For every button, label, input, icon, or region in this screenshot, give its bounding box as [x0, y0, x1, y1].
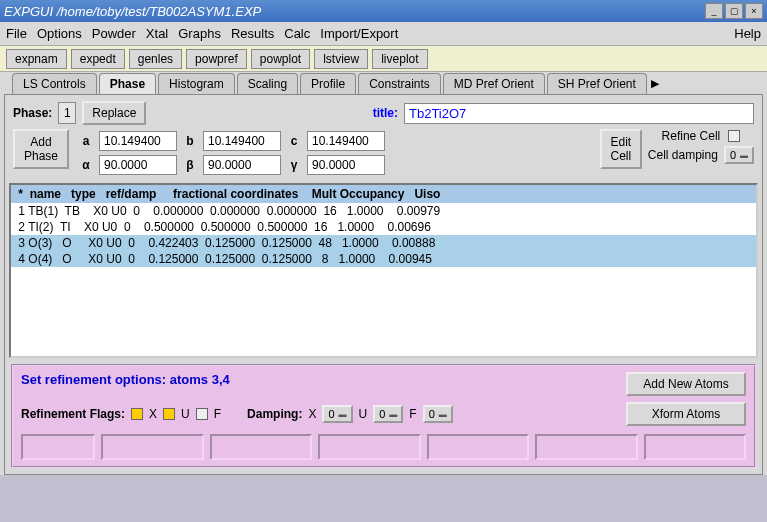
- gamma-label: γ: [287, 158, 301, 172]
- b-label: b: [183, 134, 197, 148]
- empty-slot: [318, 434, 421, 460]
- title-label: title:: [373, 106, 398, 120]
- minimize-icon[interactable]: _: [705, 3, 723, 19]
- alpha-input[interactable]: [99, 155, 177, 175]
- beta-label: β: [183, 158, 197, 172]
- menu-file[interactable]: File: [6, 26, 27, 41]
- alpha-label: α: [79, 158, 93, 172]
- menu-calc[interactable]: Calc: [284, 26, 310, 41]
- notebook: LS Controls Phase Histogram Scaling Prof…: [0, 72, 767, 475]
- phase-number[interactable]: 1: [58, 102, 76, 124]
- damp-f-menu[interactable]: 0: [423, 405, 453, 423]
- flag-x-checkbox[interactable]: [131, 408, 143, 420]
- menu-import-export[interactable]: Import/Export: [320, 26, 398, 41]
- tab-phase[interactable]: Phase: [99, 73, 156, 94]
- empty-slot: [210, 434, 313, 460]
- flag-u-checkbox[interactable]: [163, 408, 175, 420]
- menu-results[interactable]: Results: [231, 26, 274, 41]
- menu-powder[interactable]: Powder: [92, 26, 136, 41]
- refinement-title: Set refinement options: atoms 3,4: [21, 372, 230, 396]
- phase-title-input[interactable]: [404, 103, 754, 124]
- title-bar: EXPGUI /home/toby/test/TB002ASYM1.EXP _ …: [0, 0, 767, 22]
- flag-f-checkbox[interactable]: [196, 408, 208, 420]
- tab-scroll-right-icon[interactable]: ▶: [651, 77, 659, 90]
- refine-cell-label: Refine Cell: [662, 129, 721, 143]
- edit-cell-button[interactable]: Edit Cell: [600, 129, 642, 169]
- empty-slot: [427, 434, 530, 460]
- a-label: a: [79, 134, 93, 148]
- menu-bar: File Options Powder Xtal Graphs Results …: [0, 22, 767, 46]
- c-input[interactable]: [307, 131, 385, 151]
- powplot-button[interactable]: powplot: [251, 49, 310, 69]
- tab-scaling[interactable]: Scaling: [237, 73, 298, 94]
- maximize-icon[interactable]: ▢: [725, 3, 743, 19]
- tab-md-pref-orient[interactable]: MD Pref Orient: [443, 73, 545, 94]
- close-icon[interactable]: ×: [745, 3, 763, 19]
- tab-profile[interactable]: Profile: [300, 73, 356, 94]
- expedt-button[interactable]: expedt: [71, 49, 125, 69]
- empty-slot: [101, 434, 204, 460]
- expnam-button[interactable]: expnam: [6, 49, 67, 69]
- phase-label: Phase:: [13, 106, 52, 120]
- damp-x-menu[interactable]: 0: [322, 405, 352, 423]
- atom-row[interactable]: 1 TB(1) TB X0 U0 0 0.000000 0.000000 0.0…: [11, 203, 756, 219]
- empty-slot: [644, 434, 747, 460]
- b-input[interactable]: [203, 131, 281, 151]
- window-title: EXPGUI /home/toby/test/TB002ASYM1.EXP: [4, 4, 261, 19]
- empty-slot: [535, 434, 638, 460]
- cell-damping-menu[interactable]: 0: [724, 146, 754, 164]
- gamma-input[interactable]: [307, 155, 385, 175]
- beta-input[interactable]: [203, 155, 281, 175]
- refine-cell-checkbox[interactable]: [728, 130, 740, 142]
- genles-button[interactable]: genles: [129, 49, 182, 69]
- cell-damping-label: Cell damping: [648, 148, 718, 162]
- atom-row[interactable]: 4 O(4) O X0 U0 0 0.125000 0.125000 0.125…: [11, 251, 756, 267]
- lstview-button[interactable]: lstview: [314, 49, 368, 69]
- tab-constraints[interactable]: Constraints: [358, 73, 441, 94]
- damping-label: Damping:: [247, 407, 302, 421]
- atom-row[interactable]: 2 TI(2) TI X0 U0 0 0.500000 0.500000 0.5…: [11, 219, 756, 235]
- c-label: c: [287, 134, 301, 148]
- tab-sh-pref-orient[interactable]: SH Pref Orient: [547, 73, 647, 94]
- add-new-atoms-button[interactable]: Add New Atoms: [626, 372, 746, 396]
- toolbar: expnam expedt genles powpref powplot lst…: [0, 46, 767, 72]
- replace-button[interactable]: Replace: [82, 101, 146, 125]
- liveplot-button[interactable]: liveplot: [372, 49, 427, 69]
- a-input[interactable]: [99, 131, 177, 151]
- menu-options[interactable]: Options: [37, 26, 82, 41]
- atom-table-header: * name type ref/damp fractional coordina…: [11, 185, 756, 203]
- add-phase-button[interactable]: Add Phase: [13, 129, 69, 169]
- xform-atoms-button[interactable]: Xform Atoms: [626, 402, 746, 426]
- damp-u-menu[interactable]: 0: [373, 405, 403, 423]
- tab-histogram[interactable]: Histogram: [158, 73, 235, 94]
- refinement-panel: Set refinement options: atoms 3,4 Add Ne…: [11, 364, 756, 468]
- menu-help[interactable]: Help: [734, 26, 761, 41]
- powpref-button[interactable]: powpref: [186, 49, 247, 69]
- empty-slot: [21, 434, 95, 460]
- tab-ls-controls[interactable]: LS Controls: [12, 73, 97, 94]
- menu-graphs[interactable]: Graphs: [178, 26, 221, 41]
- atom-table[interactable]: * name type ref/damp fractional coordina…: [9, 183, 758, 358]
- atom-row[interactable]: 3 O(3) O X0 U0 0 0.422403 0.125000 0.125…: [11, 235, 756, 251]
- refinement-flags-label: Refinement Flags:: [21, 407, 125, 421]
- menu-xtal[interactable]: Xtal: [146, 26, 168, 41]
